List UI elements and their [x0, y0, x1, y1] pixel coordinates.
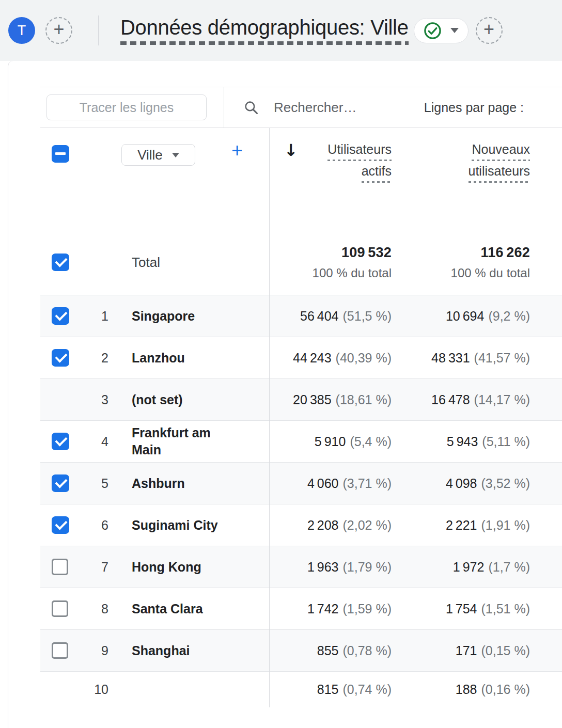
table-row: 6 Suginami City 2 208 (2,02 %) 2 221 (1,…: [40, 504, 562, 546]
column-header-line: utilisateurs: [469, 164, 530, 183]
row-checkbox[interactable]: [52, 600, 68, 617]
active-users-value: 855: [317, 643, 339, 658]
city-name: Frankfurt am Main: [132, 424, 227, 458]
row-rank: 5: [81, 463, 108, 504]
active-users-percent: (18,61 %): [336, 392, 392, 407]
plot-rows-button[interactable]: Tracer les lignes: [46, 94, 207, 120]
active-users-value: 1 742: [307, 602, 339, 616]
search-icon[interactable]: [243, 100, 259, 116]
table-row: 9 Shanghai 855 (0,78 %) 171 (0,15 %): [40, 629, 562, 671]
new-users-value: 171: [456, 643, 477, 658]
new-users-percent: (14,17 %): [474, 392, 530, 407]
row-rank: 6: [81, 504, 108, 546]
table-row: 4 Frankfurt am Main 5 910 (5,4 %) 5 943 …: [40, 420, 562, 462]
active-users-value: 4 060: [307, 476, 339, 491]
published-check-icon: [424, 22, 442, 40]
new-users-percent: (41,57 %): [474, 351, 530, 366]
report-title-block[interactable]: Données démographiques: Ville: [120, 16, 409, 45]
row-rank: 2: [81, 337, 108, 378]
dimension-select[interactable]: Ville: [121, 144, 195, 166]
active-users-value: 56 404: [300, 309, 339, 324]
new-users-value: 16 478: [431, 392, 470, 407]
add-column-button[interactable]: +: [231, 140, 243, 160]
new-users-percent: (0,16 %): [481, 682, 530, 697]
active-users-value: 44 243: [293, 351, 332, 366]
row-rank: 7: [81, 546, 108, 588]
total-row: Total 109 532 100 % du total 116 262 100…: [40, 230, 562, 295]
row-rank: 1: [81, 295, 108, 337]
table-row: 2 Lanzhou 44 243 (40,39 %) 48 331 (41,57…: [40, 337, 562, 378]
active-users-percent: (0,78 %): [343, 643, 392, 658]
content-panel: Tracer les lignes Rechercher… Lignes par…: [8, 61, 562, 728]
table-row: 10 815 (0,74 %) 188 (0,16 %): [40, 671, 562, 707]
row-rank: 10: [81, 672, 108, 707]
active-users-percent: (5,4 %): [350, 434, 392, 449]
table-row: 1 Singapore 56 404 (51,5 %) 10 694 (9,2 …: [40, 295, 562, 337]
add-tab-right-button[interactable]: +: [476, 17, 503, 44]
select-all-checkbox[interactable]: [52, 145, 69, 163]
row-rank: 9: [81, 630, 108, 671]
row-checkbox[interactable]: [52, 559, 68, 575]
city-name: Hong Kong: [132, 559, 201, 576]
table-row: 7 Hong Kong 1 963 (1,79 %) 1 972 (1,7 %): [40, 546, 562, 588]
new-users-value: 2 221: [446, 518, 477, 533]
table-header-row: Ville + ↓ Utilisateurs actifs Nouveaux u…: [40, 128, 562, 230]
chevron-down-icon: [172, 153, 179, 157]
column-header-new-users[interactable]: Nouveaux utilisateurs: [469, 143, 530, 186]
new-users-percent: (1,91 %): [481, 518, 530, 533]
row-checkbox[interactable]: [52, 474, 69, 492]
row-rank: 3: [81, 379, 108, 420]
total-checkbox[interactable]: [52, 254, 69, 271]
new-users-percent: (3,52 %): [481, 476, 530, 491]
column-header-line: Utilisateurs: [327, 143, 392, 161]
table-row: 5 Ashburn 4 060 (3,71 %) 4 098 (3,52 %): [40, 462, 562, 504]
row-checkbox[interactable]: [52, 516, 69, 534]
active-users-percent: (0,74 %): [343, 682, 392, 697]
active-users-percent: (1,59 %): [343, 602, 392, 616]
column-header-line: Nouveaux: [472, 143, 530, 161]
new-users-value: 1 754: [446, 602, 477, 616]
new-users-value: 5 943: [447, 434, 478, 449]
city-name: Santa Clara: [132, 600, 203, 618]
active-users-percent: (51,5 %): [343, 309, 392, 324]
row-rank: 8: [81, 588, 108, 629]
total-active-users: 109 532: [341, 245, 392, 261]
add-tab-left-button[interactable]: +: [45, 17, 72, 44]
new-users-value: 4 098: [446, 476, 477, 491]
active-users-value: 5 910: [315, 434, 346, 449]
row-checkbox[interactable]: [52, 433, 69, 450]
avatar-letter: T: [18, 23, 26, 39]
active-users-percent: (40,39 %): [336, 351, 392, 366]
plus-icon: +: [483, 20, 494, 39]
search-input[interactable]: Rechercher…: [274, 100, 356, 116]
avatar[interactable]: T: [8, 17, 35, 44]
active-users-value: 1 963: [307, 560, 339, 575]
active-users-value: 2 208: [307, 518, 339, 533]
row-checkbox[interactable]: [52, 307, 69, 325]
active-users-value: 815: [317, 682, 339, 697]
title-dashed-underline: [120, 41, 409, 45]
new-users-percent: (1,51 %): [481, 602, 530, 616]
new-users-value: 188: [456, 682, 477, 697]
dimension-select-value: Ville: [137, 147, 163, 163]
column-header-active-users[interactable]: Utilisateurs actifs: [327, 143, 392, 186]
row-checkbox[interactable]: [52, 642, 68, 659]
total-active-users-sub: 100 % du total: [313, 266, 392, 280]
row-checkbox[interactable]: [52, 349, 69, 367]
top-bar: T + Données démographiques: Ville +: [0, 0, 562, 61]
active-users-percent: (1,79 %): [343, 560, 392, 575]
table-row: 3 (not set) 20 385 (18,61 %) 16 478 (14,…: [40, 378, 562, 420]
city-name: Ashburn: [132, 475, 185, 492]
new-users-value: 48 331: [431, 351, 470, 366]
page-title[interactable]: Données démographiques: Ville: [120, 16, 409, 39]
new-users-percent: (1,7 %): [488, 560, 530, 575]
total-new-users-sub: 100 % du total: [451, 266, 530, 280]
new-users-value: 10 694: [446, 309, 485, 324]
data-table: Tracer les lignes Rechercher… Lignes par…: [40, 87, 562, 707]
active-users-percent: (2,02 %): [343, 518, 392, 533]
chevron-down-icon: [450, 28, 459, 33]
report-status-button[interactable]: [414, 18, 469, 43]
plus-icon: +: [53, 20, 64, 39]
sort-descending-icon[interactable]: ↓: [284, 140, 298, 160]
rows-per-page-label: Lignes par page :: [424, 100, 524, 115]
